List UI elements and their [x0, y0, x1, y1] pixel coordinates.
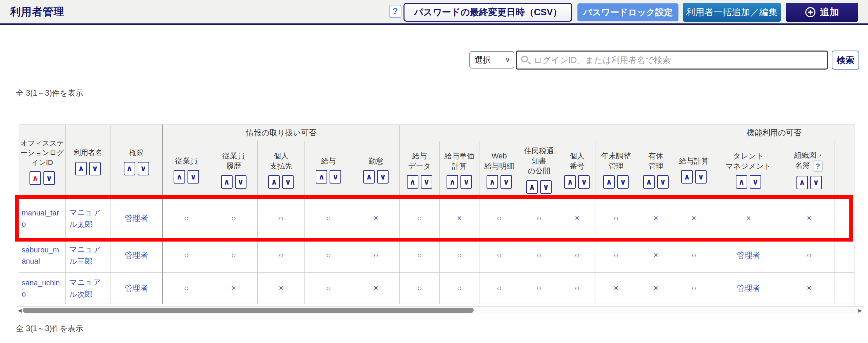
- sort-controls: ∧∨: [66, 162, 111, 175]
- sort-down-button[interactable]: ∨: [89, 162, 101, 175]
- password-lock-settings-button[interactable]: パスワードロック設定: [577, 3, 678, 21]
- sort-up-button[interactable]: ∧: [316, 170, 327, 184]
- column-label: 個人 番号: [559, 151, 595, 171]
- permission-value: ○: [162, 199, 210, 238]
- permission-value: ×: [834, 238, 854, 273]
- sort-up-button[interactable]: ∧: [268, 175, 280, 189]
- sort-down-button[interactable]: ∨: [500, 175, 512, 189]
- sort-down-button[interactable]: ∨: [235, 175, 246, 189]
- sort-controls: ∧∨: [834, 175, 854, 189]
- permission-value: ×: [713, 199, 784, 238]
- permission-value: ×: [784, 199, 834, 238]
- column-label: オフィスステーションログインID: [19, 138, 65, 167]
- scrollbar-thumb[interactable]: [23, 308, 474, 313]
- sort-down-button[interactable]: ∨: [460, 175, 472, 189]
- bulk-add-edit-users-button[interactable]: 利用者一括追加／編集: [683, 3, 781, 22]
- login-id-link[interactable]: sana_uchino: [19, 273, 66, 304]
- search-filter-select[interactable]: 選択 ∨: [469, 51, 514, 69]
- permission-value: 管理者: [713, 273, 784, 304]
- search-input[interactable]: [516, 51, 828, 70]
- sort-down-button[interactable]: ∨: [421, 175, 432, 189]
- sort-controls: ∧∨: [400, 175, 439, 189]
- column-label: 住民税通 知書 の公開: [519, 146, 558, 176]
- search-button[interactable]: 検索: [832, 51, 859, 70]
- column-header: Web 給与明細∧∨: [479, 141, 519, 199]
- help-icon[interactable]: ?: [389, 5, 401, 18]
- sort-down-button[interactable]: ∨: [43, 171, 55, 185]
- group-header-feature-usage: 機能利用の可否: [400, 125, 854, 141]
- sort-down-button[interactable]: ∨: [377, 170, 389, 184]
- sort-controls: ∧∨: [595, 175, 637, 189]
- permission-value: ×: [784, 273, 834, 304]
- sort-down-button[interactable]: ∨: [138, 162, 149, 175]
- user-name-link[interactable]: マニュアル次郎: [65, 273, 111, 304]
- sort-down-button[interactable]: ∨: [578, 175, 590, 189]
- role-value: 管理者: [111, 199, 162, 238]
- sort-controls: ∧∨: [479, 175, 519, 189]
- permission-value: ○: [675, 238, 713, 273]
- sort-up-button[interactable]: ∧: [526, 180, 538, 194]
- role-value: 管理者: [111, 238, 162, 273]
- add-user-button[interactable]: 追加: [786, 3, 858, 22]
- sort-up-button[interactable]: ∧: [75, 162, 87, 175]
- sort-down-button[interactable]: ∨: [188, 170, 199, 184]
- sort-up-button[interactable]: ∧: [564, 175, 576, 189]
- column-header: 有休 管理∧∨: [637, 141, 675, 199]
- login-id-link[interactable]: manual_taro: [19, 199, 66, 238]
- sort-up-button[interactable]: ∧: [363, 170, 375, 184]
- password-last-changed-csv-button[interactable]: パスワードの最終変更日時（CSV）: [403, 3, 572, 22]
- sort-down-button[interactable]: ∨: [657, 175, 669, 189]
- sort-up-button[interactable]: ∧: [29, 171, 41, 185]
- sort-down-button[interactable]: ∨: [810, 176, 822, 189]
- sort-up-button[interactable]: ∧: [487, 175, 498, 189]
- permission-value: ×: [675, 199, 713, 238]
- sort-up-button[interactable]: ∧: [447, 175, 458, 189]
- user-name-link[interactable]: マニュアル三郎: [65, 238, 111, 273]
- permission-value: ×: [439, 199, 479, 238]
- sort-up-button[interactable]: ∧: [603, 175, 615, 189]
- sort-up-button[interactable]: ∧: [643, 175, 655, 189]
- add-button-label: 追加: [820, 6, 839, 19]
- sort-down-button[interactable]: ∨: [330, 170, 341, 184]
- login-id-link[interactable]: saburou_manual: [19, 238, 66, 273]
- column-label: 権限: [111, 148, 162, 157]
- sort-down-button[interactable]: ∨: [750, 175, 761, 189]
- column-header: ワークフ ロー∧∨: [834, 141, 854, 199]
- sort-up-button[interactable]: ∧: [407, 175, 418, 189]
- sort-up-button[interactable]: ∧: [796, 176, 808, 189]
- help-icon[interactable]: ?: [813, 160, 823, 172]
- permission-value: ×: [834, 199, 854, 238]
- permission-value: ○: [559, 273, 595, 304]
- column-header: 給与計算∧∨: [675, 141, 713, 199]
- user-name-link[interactable]: マニュアル太郎: [65, 199, 111, 238]
- sort-up-button[interactable]: ∧: [681, 170, 693, 184]
- sort-controls: ∧∨: [19, 171, 65, 185]
- column-label: 利用者名: [66, 148, 111, 157]
- column-header: 勤怠∧∨: [352, 141, 400, 199]
- sort-controls: ∧∨: [519, 180, 558, 194]
- column-label: 従業員 履歴: [210, 151, 257, 171]
- sort-up-button[interactable]: ∧: [736, 175, 747, 189]
- permission-value: ○: [400, 199, 439, 238]
- permission-value: ○: [519, 238, 559, 273]
- column-header: 個人 番号∧∨: [559, 141, 595, 199]
- sort-up-button[interactable]: ∧: [221, 175, 233, 189]
- top-bar: 利用者管理 ? パスワードの最終変更日時（CSV） パスワードロック設定 利用者…: [0, 0, 868, 25]
- chevron-down-icon: ∨: [505, 56, 510, 64]
- permission-value: ○: [305, 238, 352, 273]
- scroll-right-arrow-icon[interactable]: ▶: [858, 308, 862, 313]
- sort-controls: ∧∨: [440, 175, 479, 189]
- scroll-left-arrow-icon[interactable]: ◀: [18, 308, 22, 313]
- sort-down-button[interactable]: ∨: [282, 175, 294, 189]
- permission-value: ○: [162, 273, 210, 304]
- users-table: オフィスステーションログインID ∧∨ 利用者名 ∧∨ 権限 ∧∨ 情報の取り扱…: [19, 125, 854, 304]
- sort-down-button[interactable]: ∨: [540, 180, 552, 194]
- horizontal-scrollbar[interactable]: ◀ ▶: [17, 306, 863, 314]
- table-row: saburou_manualマニュアル三郎管理者○○○○○○○○○○○×○管理者…: [19, 238, 855, 273]
- sort-up-button[interactable]: ∧: [124, 162, 135, 175]
- sort-down-button[interactable]: ∨: [695, 170, 707, 184]
- users-table-container: オフィスステーションログインID ∧∨ 利用者名 ∧∨ 権限 ∧∨ 情報の取り扱…: [19, 125, 854, 306]
- permission-value: ○: [834, 273, 854, 304]
- sort-down-button[interactable]: ∨: [617, 175, 629, 189]
- sort-up-button[interactable]: ∧: [174, 170, 185, 184]
